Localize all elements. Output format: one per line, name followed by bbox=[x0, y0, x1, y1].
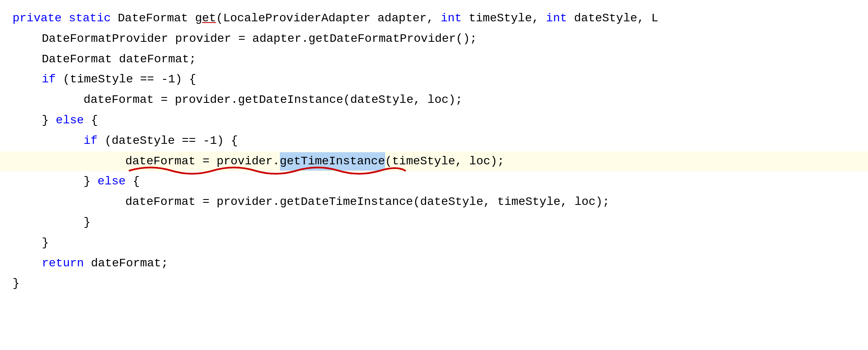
keyword-if-1: if bbox=[42, 70, 56, 89]
keyword-private: private bbox=[13, 9, 62, 28]
keyword-return: return bbox=[42, 254, 84, 273]
code-line-9: } else { bbox=[0, 171, 868, 192]
selected-method: getTimeInstance bbox=[280, 152, 385, 171]
keyword-static: static bbox=[69, 9, 111, 28]
code-editor: private static DateFormat get(LocaleProv… bbox=[0, 0, 868, 350]
code-line-8: dateFormat = provider.getTimeInstance(ti… bbox=[0, 151, 868, 172]
keyword-if-2: if bbox=[84, 132, 98, 151]
code-line-13: return dateFormat; bbox=[0, 253, 868, 274]
code-line-10: dateFormat = provider.getDateTimeInstanc… bbox=[0, 192, 868, 212]
keyword-int-2: int bbox=[546, 9, 567, 28]
code-line-11: } bbox=[0, 212, 868, 233]
code-line-3: DateFormat dateFormat; bbox=[0, 49, 868, 70]
code-line-2: DateFormatProvider provider = adapter.ge… bbox=[0, 29, 868, 49]
keyword-int-1: int bbox=[441, 9, 462, 28]
code-line-7: if (dateStyle == -1) { bbox=[0, 131, 868, 151]
code-line-4: if (timeStyle == -1) { bbox=[0, 69, 868, 90]
code-line-1: private static DateFormat get(LocaleProv… bbox=[0, 8, 868, 29]
code-line-5: dateFormat = provider.getDateInstance(da… bbox=[0, 90, 868, 110]
code-line-12: } bbox=[0, 233, 868, 253]
code-line-6: } else { bbox=[0, 110, 868, 131]
keyword-else-2: else bbox=[98, 172, 126, 191]
method-name-get: get bbox=[195, 9, 216, 28]
code-line-14: } bbox=[0, 273, 868, 294]
keyword-else-1: else bbox=[56, 111, 84, 130]
